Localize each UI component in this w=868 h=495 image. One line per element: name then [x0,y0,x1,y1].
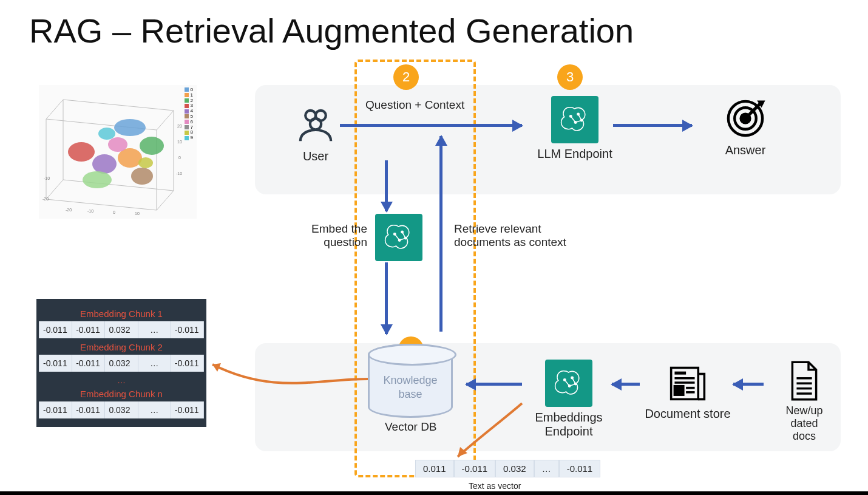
knowledge-base-cylinder: Knowledge base [368,344,453,418]
user-label: User [285,149,346,163]
svg-point-30 [92,154,117,174]
svg-point-2 [310,118,321,129]
arrow-kb-to-chunks [194,340,376,413]
arrow-down-embed [385,160,388,211]
svg-rect-22 [674,386,683,395]
svg-text:-10: -10 [87,209,93,213]
svg-text:20: 20 [177,124,182,128]
embed-question-label: Embed the question [303,222,367,249]
chunk-cell: 0.032 [105,321,138,338]
vector-strip-caption: Text as vector [469,481,521,491]
chunk-cell: … [138,401,171,418]
chunk-title-n: Embedding Chunk n [39,389,204,399]
svg-point-31 [83,171,112,188]
svg-point-38 [138,157,153,168]
chunk-row: -0.011 -0.011 0.032 … -0.011 [39,401,204,418]
new-docs-label: New/up dated docs [771,405,838,443]
scatter-3d-plot: 2010 0-10 -20-10 010 -20-10 0123456789 [39,85,197,219]
vector-strip: 0.011 -0.011 0.032 … -0.011 [415,460,600,477]
brain-icon [545,360,592,407]
users-icon [294,104,337,147]
vec-cell: -0.011 [454,460,496,477]
retrieve-label: Retrieve relevant documents as context [454,222,566,249]
embed-question-node [371,214,426,265]
bottom-border [0,491,868,495]
llm-endpoint-node: LLM Endpoint [535,96,614,161]
arrow-embed-to-vector [449,401,546,468]
embedding-chunks-panel: Embedding Chunk 1 -0.011 -0.011 0.032 … … [36,299,206,427]
chunk-cell: -0.011 [72,321,105,338]
chunk-cell: -0.011 [39,321,72,338]
brain-icon [375,214,422,261]
arrow-down-to-kb [385,262,388,334]
step-badge-3: 3 [557,64,583,90]
chunk-row: -0.011 -0.011 0.032 … -0.011 [39,321,204,338]
chunk-cell: -0.011 [72,355,105,372]
svg-point-35 [114,119,146,136]
chunk-cell: -0.011 [72,401,105,418]
user-node: User [285,104,346,163]
svg-text:-10: -10 [44,176,50,180]
svg-text:10: 10 [135,211,140,216]
svg-point-37 [98,128,115,140]
arrow-up-retrieve [439,136,442,332]
kb-label: Knowledge base [370,374,451,401]
svg-point-33 [131,168,153,185]
chunk-cell: -0.011 [39,401,72,418]
arrow-llm-to-answer [613,124,692,127]
svg-text:0: 0 [178,155,181,160]
target-icon [723,96,768,141]
svg-text:-10: -10 [176,171,182,176]
chunk-title-2: Embedding Chunk 2 [39,342,204,352]
vec-cell: -0.011 [559,460,601,477]
chunk-ellipsis: … [39,375,204,385]
document-store-label: Document store [642,407,733,421]
arrow-store-to-embed [612,383,640,386]
question-context-label: Question + Context [365,98,464,112]
svg-point-29 [68,142,95,162]
document-store-node: Document store [642,361,733,421]
arrow-user-to-llm [340,124,522,127]
step-badge-2: 2 [393,64,419,90]
chunk-title-1: Embedding Chunk 1 [39,309,204,319]
svg-text:-20: -20 [42,197,49,201]
answer-label: Answer [709,143,782,157]
chunk-cell: -0.011 [39,355,72,372]
vectordb-label: Vector DB [385,420,437,434]
chunk-row: -0.011 -0.011 0.032 … -0.011 [39,355,204,372]
svg-text:-20: -20 [66,208,72,212]
vec-cell: 0.011 [415,460,454,477]
scatter-legend: 0123456789 [185,87,193,141]
svg-text:0: 0 [113,210,115,214]
brain-icon [551,96,598,143]
new-docs-node: New/up dated docs [771,360,838,443]
chunk-cell: -0.011 [171,321,204,338]
arrow-newdocs-to-store [733,383,764,386]
chunk-cell: … [138,355,171,372]
page-title: RAG – Retrieval Augmented Generation [29,11,634,50]
chunk-cell: -0.011 [171,401,204,418]
file-icon [787,360,821,402]
arrow-embed-to-kb [466,383,522,386]
chunk-cell: -0.011 [171,355,204,372]
llm-endpoint-label: LLM Endpoint [535,147,614,161]
vec-cell: 0.032 [495,460,534,477]
svg-point-34 [140,137,164,155]
newspaper-icon [666,361,710,405]
svg-text:10: 10 [177,140,182,144]
vec-cell: … [534,460,559,477]
chunk-cell: … [138,321,171,338]
svg-point-36 [108,137,127,152]
answer-node: Answer [709,96,782,157]
chunk-cell: 0.032 [105,355,138,372]
chunk-cell: 0.032 [105,401,138,418]
